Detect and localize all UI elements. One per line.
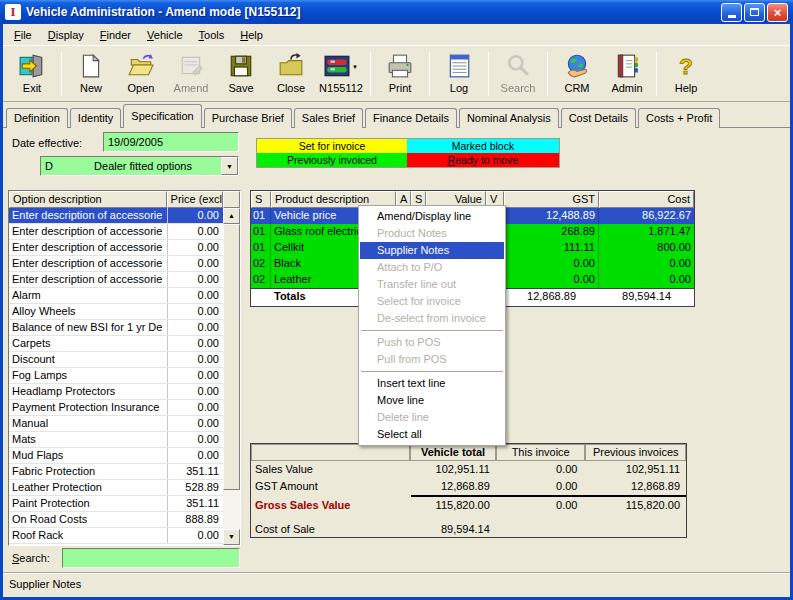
column-header-option-description: Option description — [9, 191, 167, 208]
option-row[interactable]: Enter description of accessorie0.00 — [9, 240, 223, 256]
option-row[interactable]: On Road Costs888.89 — [9, 512, 223, 528]
option-list-header: Option description Price (excl — [9, 191, 240, 208]
menu-item-insert-text-line[interactable]: Insert text line — [359, 375, 505, 392]
menu-item-delete-line: Delete line — [359, 409, 505, 426]
save-floppy-icon — [228, 53, 254, 81]
exit-button[interactable]: Exit — [7, 49, 57, 99]
legend-set-for-invoice: Set for invoice — [257, 139, 407, 153]
option-category-label: Dealer fitted options — [65, 157, 221, 175]
print-button[interactable]: Print — [375, 49, 425, 99]
option-category-combo[interactable]: D Dealer fitted options ▼ — [40, 156, 239, 176]
search-input[interactable] — [62, 548, 240, 568]
menu-item-select-all[interactable]: Select all — [359, 426, 505, 443]
legend-ready-to-move: Ready to move — [407, 153, 559, 167]
summary-row-sales-value: Sales Value 102,951.11 0.00 102,951.11 — [251, 461, 686, 478]
close-file-button[interactable]: Close — [266, 49, 316, 99]
menu-finder[interactable]: Finder — [92, 27, 139, 43]
menu-item-amend-display-line[interactable]: Amend/Display line — [359, 208, 505, 225]
menu-item-supplier-notes[interactable]: Supplier Notes — [360, 242, 504, 259]
tab-costs-profit[interactable]: Costs + Profit — [638, 108, 720, 128]
menu-help[interactable]: Help — [232, 27, 271, 43]
close-button[interactable]: × — [767, 3, 788, 22]
scroll-up-arrow-icon[interactable]: ▲ — [223, 208, 240, 224]
menu-vehicle[interactable]: Vehicle — [139, 27, 190, 43]
option-row[interactable]: Manual0.00 — [9, 416, 223, 432]
column-header-gst: GST — [504, 191, 599, 208]
legend-previously-invoiced: Previously invoiced — [257, 153, 407, 167]
menu-file[interactable]: File — [6, 27, 40, 43]
menu-bar: File Display Finder Vehicle Tools Help — [3, 25, 790, 45]
option-row[interactable]: Enter description of accessorie0.00 — [9, 224, 223, 240]
tab-finance-details[interactable]: Finance Details — [365, 108, 457, 128]
new-button[interactable]: New — [66, 49, 116, 99]
vehicle-selector-button[interactable]: ▼ N155112 — [316, 49, 366, 99]
combo-dropdown-button[interactable]: ▼ — [221, 157, 238, 175]
tab-sales-brief[interactable]: Sales Brief — [294, 108, 363, 128]
amend-notepad-icon — [178, 53, 204, 81]
admin-button[interactable]: Admin — [602, 49, 652, 99]
option-list-scrollbar[interactable]: ▲ ▼ — [223, 208, 240, 545]
option-row[interactable]: Headlamp Protectors0.00 — [9, 384, 223, 400]
option-row[interactable]: Leather Protection528.89 — [9, 480, 223, 496]
option-row[interactable]: Roof Rack0.00 — [9, 528, 223, 544]
option-row[interactable]: Alloy Wheels0.00 — [9, 304, 223, 320]
option-row[interactable]: Carpets0.00 — [9, 336, 223, 352]
menu-display[interactable]: Display — [40, 27, 92, 43]
scroll-down-arrow-icon[interactable]: ▼ — [223, 529, 240, 545]
toolbar-separator — [547, 52, 548, 96]
menu-item-deselect-from-invoice: De-select from invoice — [359, 310, 505, 327]
option-row[interactable]: Alarm0.00 — [9, 288, 223, 304]
column-header-corner — [223, 191, 240, 208]
menu-item-product-notes: Product Notes — [359, 225, 505, 242]
save-button[interactable]: Save — [216, 49, 266, 99]
tab-nominal-analysis[interactable]: Nominal Analysis — [459, 108, 559, 128]
option-row[interactable]: Paint Protection351.11 — [9, 496, 223, 512]
tab-strip: Definition Identity Specification Purcha… — [6, 104, 722, 128]
tab-identity[interactable]: Identity — [70, 108, 121, 128]
option-row[interactable]: Mud Flaps0.00 — [9, 448, 223, 464]
open-button[interactable]: Open — [116, 49, 166, 99]
crm-button[interactable]: CRM — [552, 49, 602, 99]
help-button[interactable]: ? Help — [661, 49, 711, 99]
menu-item-push-to-pos: Push to POS — [359, 334, 505, 351]
menu-item-move-line[interactable]: Move line — [359, 392, 505, 409]
tab-specification[interactable]: Specification — [123, 104, 201, 128]
summary-header-previous-invoices: Previous invoices — [585, 444, 686, 461]
option-row[interactable]: Fabric Protection351.11 — [9, 464, 223, 480]
menu-tools[interactable]: Tools — [191, 27, 233, 43]
menu-item-transfer-line-out: Transfer line out — [359, 276, 505, 293]
maximize-button[interactable] — [744, 3, 765, 22]
date-effective-label: Date effective: — [12, 137, 82, 149]
scrollbar-thumb[interactable] — [223, 224, 240, 490]
maximize-icon — [750, 8, 759, 16]
log-list-icon — [446, 53, 472, 81]
menu-separator — [361, 371, 503, 372]
svg-text:?: ? — [679, 53, 693, 79]
option-row[interactable]: Enter description of accessorie0.00 — [9, 208, 223, 224]
admin-book-icon — [614, 53, 640, 81]
toolbar-separator — [61, 52, 62, 96]
option-row[interactable]: Discount0.00 — [9, 352, 223, 368]
option-row[interactable]: Enter description of accessorie0.00 — [9, 256, 223, 272]
option-row[interactable]: Enter description of accessorie0.00 — [9, 272, 223, 288]
minimize-button[interactable] — [721, 3, 742, 22]
option-row[interactable]: Mats0.00 — [9, 432, 223, 448]
tab-definition[interactable]: Definition — [6, 108, 68, 128]
tab-purchase-brief[interactable]: Purchase Brief — [204, 108, 292, 128]
tab-cost-details[interactable]: Cost Details — [561, 108, 636, 128]
column-header-s1: S — [251, 191, 271, 208]
search-magnifier-icon — [505, 53, 531, 81]
log-button[interactable]: Log — [434, 49, 484, 99]
option-row[interactable]: Fog Lamps0.00 — [9, 368, 223, 384]
option-row[interactable]: Payment Protection Insurance0.00 — [9, 400, 223, 416]
open-folder-icon — [128, 53, 154, 81]
column-header-price: Price (excl — [167, 191, 224, 208]
date-effective-field[interactable]: 19/09/2005 — [103, 132, 239, 152]
close-icon: × — [774, 5, 782, 20]
application-window: I Vehicle Administration - Amend mode [N… — [0, 0, 793, 600]
title-bar[interactable]: I Vehicle Administration - Amend mode [N… — [0, 0, 793, 24]
chevron-down-icon[interactable]: ▼ — [352, 64, 358, 70]
option-rows: Enter description of accessorie0.00 Ente… — [9, 208, 223, 545]
option-row[interactable]: Balance of new BSI for 1 yr De0.00 — [9, 320, 223, 336]
scrollbar-track[interactable] — [223, 490, 240, 529]
